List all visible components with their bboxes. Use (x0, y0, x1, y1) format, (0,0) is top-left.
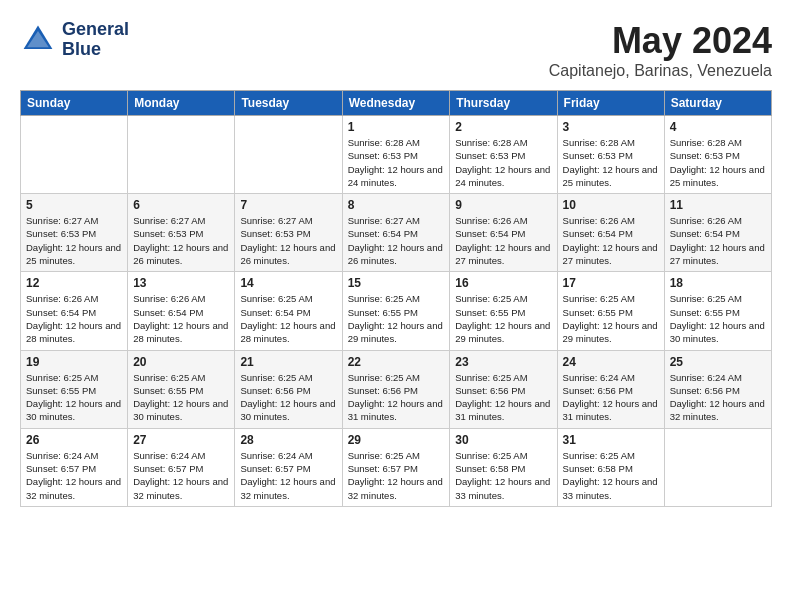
calendar-cell: 19Sunrise: 6:25 AMSunset: 6:55 PMDayligh… (21, 350, 128, 428)
logo-icon (20, 22, 56, 58)
day-info: Sunrise: 6:25 AMSunset: 6:55 PMDaylight:… (455, 292, 551, 345)
weekday-header: Friday (557, 91, 664, 116)
calendar-cell: 8Sunrise: 6:27 AMSunset: 6:54 PMDaylight… (342, 194, 450, 272)
day-info: Sunrise: 6:24 AMSunset: 6:57 PMDaylight:… (26, 449, 122, 502)
day-info: Sunrise: 6:25 AMSunset: 6:55 PMDaylight:… (133, 371, 229, 424)
calendar-cell: 27Sunrise: 6:24 AMSunset: 6:57 PMDayligh… (128, 428, 235, 506)
day-info: Sunrise: 6:25 AMSunset: 6:56 PMDaylight:… (455, 371, 551, 424)
calendar-week-row: 12Sunrise: 6:26 AMSunset: 6:54 PMDayligh… (21, 272, 772, 350)
day-number: 2 (455, 120, 551, 134)
day-number: 31 (563, 433, 659, 447)
calendar-cell: 3Sunrise: 6:28 AMSunset: 6:53 PMDaylight… (557, 116, 664, 194)
calendar-cell: 5Sunrise: 6:27 AMSunset: 6:53 PMDaylight… (21, 194, 128, 272)
day-info: Sunrise: 6:24 AMSunset: 6:57 PMDaylight:… (240, 449, 336, 502)
day-number: 23 (455, 355, 551, 369)
calendar-week-row: 1Sunrise: 6:28 AMSunset: 6:53 PMDaylight… (21, 116, 772, 194)
weekday-header: Sunday (21, 91, 128, 116)
calendar-cell: 14Sunrise: 6:25 AMSunset: 6:54 PMDayligh… (235, 272, 342, 350)
day-number: 22 (348, 355, 445, 369)
day-number: 6 (133, 198, 229, 212)
day-number: 15 (348, 276, 445, 290)
day-info: Sunrise: 6:24 AMSunset: 6:57 PMDaylight:… (133, 449, 229, 502)
calendar-week-row: 5Sunrise: 6:27 AMSunset: 6:53 PMDaylight… (21, 194, 772, 272)
calendar-cell: 28Sunrise: 6:24 AMSunset: 6:57 PMDayligh… (235, 428, 342, 506)
day-info: Sunrise: 6:25 AMSunset: 6:58 PMDaylight:… (455, 449, 551, 502)
day-number: 17 (563, 276, 659, 290)
day-info: Sunrise: 6:28 AMSunset: 6:53 PMDaylight:… (563, 136, 659, 189)
weekday-header: Thursday (450, 91, 557, 116)
day-info: Sunrise: 6:28 AMSunset: 6:53 PMDaylight:… (455, 136, 551, 189)
calendar-cell: 16Sunrise: 6:25 AMSunset: 6:55 PMDayligh… (450, 272, 557, 350)
weekday-header: Saturday (664, 91, 771, 116)
day-number: 30 (455, 433, 551, 447)
calendar-week-row: 19Sunrise: 6:25 AMSunset: 6:55 PMDayligh… (21, 350, 772, 428)
calendar-cell: 29Sunrise: 6:25 AMSunset: 6:57 PMDayligh… (342, 428, 450, 506)
calendar-cell: 26Sunrise: 6:24 AMSunset: 6:57 PMDayligh… (21, 428, 128, 506)
day-info: Sunrise: 6:26 AMSunset: 6:54 PMDaylight:… (563, 214, 659, 267)
weekday-header-row: SundayMondayTuesdayWednesdayThursdayFrid… (21, 91, 772, 116)
calendar-cell: 22Sunrise: 6:25 AMSunset: 6:56 PMDayligh… (342, 350, 450, 428)
page-header: General Blue May 2024 Capitanejo, Barina… (20, 20, 772, 80)
day-info: Sunrise: 6:26 AMSunset: 6:54 PMDaylight:… (26, 292, 122, 345)
day-info: Sunrise: 6:25 AMSunset: 6:56 PMDaylight:… (348, 371, 445, 424)
month-title: May 2024 (549, 20, 772, 62)
day-info: Sunrise: 6:24 AMSunset: 6:56 PMDaylight:… (563, 371, 659, 424)
day-info: Sunrise: 6:25 AMSunset: 6:55 PMDaylight:… (348, 292, 445, 345)
calendar-cell: 12Sunrise: 6:26 AMSunset: 6:54 PMDayligh… (21, 272, 128, 350)
calendar-cell: 2Sunrise: 6:28 AMSunset: 6:53 PMDaylight… (450, 116, 557, 194)
calendar-cell: 21Sunrise: 6:25 AMSunset: 6:56 PMDayligh… (235, 350, 342, 428)
calendar-week-row: 26Sunrise: 6:24 AMSunset: 6:57 PMDayligh… (21, 428, 772, 506)
day-info: Sunrise: 6:25 AMSunset: 6:54 PMDaylight:… (240, 292, 336, 345)
calendar-cell: 10Sunrise: 6:26 AMSunset: 6:54 PMDayligh… (557, 194, 664, 272)
day-info: Sunrise: 6:25 AMSunset: 6:57 PMDaylight:… (348, 449, 445, 502)
calendar-cell: 6Sunrise: 6:27 AMSunset: 6:53 PMDaylight… (128, 194, 235, 272)
day-info: Sunrise: 6:28 AMSunset: 6:53 PMDaylight:… (348, 136, 445, 189)
day-number: 18 (670, 276, 766, 290)
calendar-cell (664, 428, 771, 506)
day-number: 8 (348, 198, 445, 212)
day-info: Sunrise: 6:26 AMSunset: 6:54 PMDaylight:… (133, 292, 229, 345)
title-block: May 2024 Capitanejo, Barinas, Venezuela (549, 20, 772, 80)
calendar-cell: 7Sunrise: 6:27 AMSunset: 6:53 PMDaylight… (235, 194, 342, 272)
day-info: Sunrise: 6:27 AMSunset: 6:54 PMDaylight:… (348, 214, 445, 267)
weekday-header: Tuesday (235, 91, 342, 116)
calendar-cell (128, 116, 235, 194)
calendar-cell (235, 116, 342, 194)
day-number: 16 (455, 276, 551, 290)
day-info: Sunrise: 6:25 AMSunset: 6:55 PMDaylight:… (670, 292, 766, 345)
day-number: 24 (563, 355, 659, 369)
calendar-cell: 18Sunrise: 6:25 AMSunset: 6:55 PMDayligh… (664, 272, 771, 350)
day-number: 3 (563, 120, 659, 134)
calendar-cell: 15Sunrise: 6:25 AMSunset: 6:55 PMDayligh… (342, 272, 450, 350)
calendar-cell: 11Sunrise: 6:26 AMSunset: 6:54 PMDayligh… (664, 194, 771, 272)
day-number: 26 (26, 433, 122, 447)
day-info: Sunrise: 6:25 AMSunset: 6:58 PMDaylight:… (563, 449, 659, 502)
day-number: 21 (240, 355, 336, 369)
logo-text: General Blue (62, 20, 129, 60)
day-info: Sunrise: 6:25 AMSunset: 6:55 PMDaylight:… (563, 292, 659, 345)
calendar-cell: 20Sunrise: 6:25 AMSunset: 6:55 PMDayligh… (128, 350, 235, 428)
calendar-cell: 24Sunrise: 6:24 AMSunset: 6:56 PMDayligh… (557, 350, 664, 428)
day-info: Sunrise: 6:25 AMSunset: 6:55 PMDaylight:… (26, 371, 122, 424)
day-number: 28 (240, 433, 336, 447)
day-info: Sunrise: 6:26 AMSunset: 6:54 PMDaylight:… (670, 214, 766, 267)
calendar-cell: 9Sunrise: 6:26 AMSunset: 6:54 PMDaylight… (450, 194, 557, 272)
location-title: Capitanejo, Barinas, Venezuela (549, 62, 772, 80)
calendar-cell (21, 116, 128, 194)
calendar-cell: 4Sunrise: 6:28 AMSunset: 6:53 PMDaylight… (664, 116, 771, 194)
calendar-cell: 30Sunrise: 6:25 AMSunset: 6:58 PMDayligh… (450, 428, 557, 506)
day-info: Sunrise: 6:26 AMSunset: 6:54 PMDaylight:… (455, 214, 551, 267)
day-number: 10 (563, 198, 659, 212)
day-info: Sunrise: 6:27 AMSunset: 6:53 PMDaylight:… (133, 214, 229, 267)
day-info: Sunrise: 6:24 AMSunset: 6:56 PMDaylight:… (670, 371, 766, 424)
day-number: 19 (26, 355, 122, 369)
calendar-cell: 23Sunrise: 6:25 AMSunset: 6:56 PMDayligh… (450, 350, 557, 428)
day-number: 20 (133, 355, 229, 369)
day-info: Sunrise: 6:27 AMSunset: 6:53 PMDaylight:… (240, 214, 336, 267)
day-number: 4 (670, 120, 766, 134)
day-number: 12 (26, 276, 122, 290)
day-number: 25 (670, 355, 766, 369)
day-number: 5 (26, 198, 122, 212)
day-number: 14 (240, 276, 336, 290)
day-number: 1 (348, 120, 445, 134)
